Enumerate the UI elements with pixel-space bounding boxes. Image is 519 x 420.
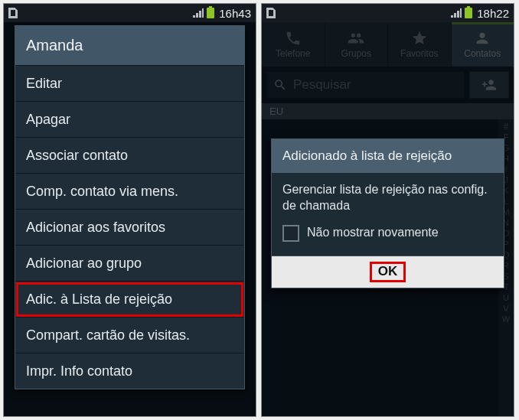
sim-icon [266, 8, 276, 18]
context-menu: Amanda Editar Apagar Associar contato Co… [15, 25, 245, 389]
dont-show-again-checkbox[interactable]: Não mostrar novamente [282, 225, 493, 242]
menu-item-add-reject[interactable]: Adic. à Lista de rejeição [15, 282, 244, 317]
menu-item-edit[interactable]: Editar [15, 66, 244, 102]
menu-title: Amanda [15, 26, 244, 66]
ok-button[interactable]: OK [272, 256, 504, 288]
signal-icon [193, 8, 204, 18]
status-bar: 16h43 [4, 4, 256, 22]
sim-icon [8, 8, 18, 18]
checkbox-label: Não mostrar novamente [307, 225, 439, 241]
checkbox-icon [282, 225, 299, 242]
menu-item-add-fav[interactable]: Adicionar aos favoritos [15, 210, 244, 246]
phone-left: 16h43 Amanda Editar Apagar Associar cont… [3, 3, 256, 417]
menu-item-link-contact[interactable]: Associar contato [15, 138, 244, 174]
menu-item-add-group[interactable]: Adicionar ao grupo [15, 246, 244, 282]
battery-icon [465, 8, 472, 18]
clock: 16h43 [219, 7, 251, 20]
dialog-title: Adicionado à lista de rejeição [272, 139, 504, 173]
ok-label: OK [372, 264, 404, 280]
menu-item-delete[interactable]: Apagar [15, 102, 244, 138]
menu-item-share-vcard[interactable]: Compart. cartão de visitas. [15, 317, 244, 353]
clock: 18h22 [477, 7, 509, 20]
dialog-message: Gerenciar lista de rejeição nas config. … [282, 182, 493, 214]
menu-item-share-msg[interactable]: Comp. contato via mens. [15, 174, 244, 210]
phone-right: 18h22 Telefone Grupos Favoritos Contatos [261, 3, 514, 417]
battery-icon [207, 8, 214, 18]
menu-item-print[interactable]: Impr. Info contato [15, 353, 244, 389]
status-bar: 18h22 [262, 4, 514, 22]
signal-icon [451, 8, 462, 18]
dialog: Adicionado à lista de rejeição Gerenciar… [271, 138, 504, 288]
